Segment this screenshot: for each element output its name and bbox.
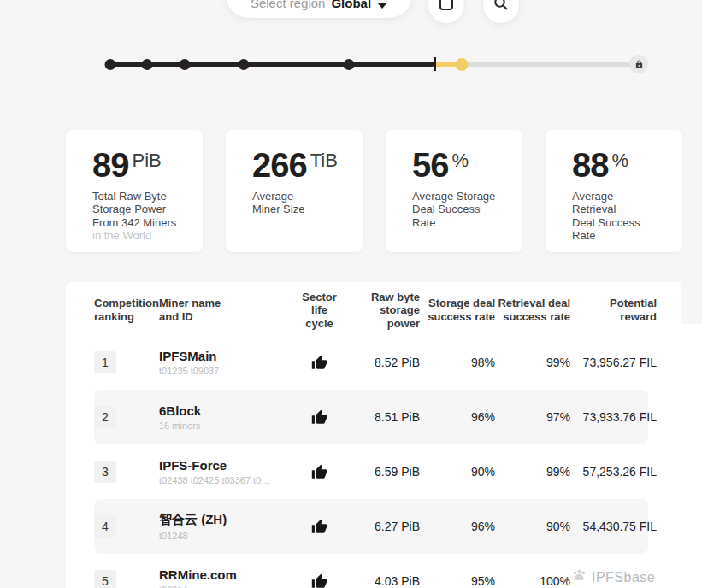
potential-reward-value: 57,253.26 FIL (570, 465, 657, 479)
miner-id: 16 miners (159, 420, 274, 431)
miner-id: t00014 (159, 585, 274, 588)
lock-icon (629, 55, 648, 74)
rank-badge: 4 (94, 515, 116, 538)
storage-success-value: 95% (420, 574, 495, 588)
miner-id: t01248 (159, 531, 274, 541)
rank-badge: 2 (94, 406, 116, 428)
rank-badge: 3 (94, 461, 116, 483)
storage-success-value: 96% (420, 520, 495, 533)
dashboard-page: Select region Global (0, 0, 702, 588)
stat-unit: TiB (310, 150, 338, 172)
timeline-dot[interactable] (141, 59, 152, 70)
miner-name[interactable]: IPFSMain (159, 349, 279, 363)
watermark: IPFSbase (571, 567, 655, 587)
search-icon (493, 0, 509, 15)
header-potential-reward: Potential reward (570, 297, 657, 323)
stat-value: 88 (572, 147, 609, 183)
header-retrieval-success: Retrieval deal success rate (495, 297, 570, 323)
stat-label: Average Miner Size (252, 190, 356, 216)
retrieval-success-value: 90% (495, 520, 570, 533)
raw-byte-power-value: 6.59 PiB (360, 465, 420, 479)
bookmark-icon (439, 0, 454, 15)
region-select-value: Global (331, 0, 371, 10)
region-select[interactable]: Select region Global (225, 0, 413, 19)
miner-name[interactable]: 智合云 (ZH) (159, 512, 279, 528)
timeline-dot[interactable] (343, 59, 354, 70)
miner-name[interactable]: IPFS-Force (159, 458, 279, 473)
table-row[interactable]: 1 IPFSMain t01235 t09037 8.52 PiB 98% 99… (94, 335, 657, 390)
stat-sublabel: in the World (92, 229, 196, 242)
slider-tick (434, 57, 436, 71)
stat-label: Total Raw Byte Storage Power From 342 Mi… (92, 190, 196, 229)
bookmark-button[interactable] (428, 0, 465, 24)
stat-value: 89 (92, 147, 129, 183)
stat-label: Average Retrieval Deal Success Rate (572, 190, 675, 242)
miner-id: t02438 t02425 t03367 t078… (159, 475, 274, 485)
miner-name[interactable]: RRMine.com (159, 567, 279, 582)
storage-success-value: 90% (420, 465, 495, 479)
slider-filled-segment (109, 62, 434, 67)
raw-byte-power-value: 8.51 PiB (360, 410, 420, 424)
potential-reward-value: 54,430.75 FIL (570, 520, 657, 533)
table-row[interactable]: 2 6Block 16 miners 8.51 PiB 96% 97% 73,9… (94, 390, 657, 444)
stat-cards: 89PiB Total Raw Byte Storage Power From … (66, 130, 682, 252)
header-sector-life-cycle: Sector life cycle (279, 291, 360, 331)
stat-unit: % (612, 150, 629, 172)
thumbs-up-icon (311, 518, 327, 532)
stat-card-avg-miner-size: 266TiB Average Miner Size (226, 130, 363, 252)
timeline-dot[interactable] (179, 59, 190, 70)
retrieval-success-value: 99% (495, 465, 570, 479)
timeline-slider[interactable] (109, 53, 639, 75)
stat-card-storage-success: 56% Average Storage Deal Success Rate (386, 130, 522, 252)
stat-unit: PiB (133, 150, 162, 172)
header-raw-byte-power: Raw byte storage power (360, 291, 420, 331)
miner-id: t01235 t09037 (159, 366, 274, 376)
header-corner-patch (681, 282, 702, 324)
region-select-label: Select region (251, 0, 326, 10)
retrieval-success-value: 97% (495, 410, 570, 424)
rank-badge: 5 (94, 570, 116, 588)
raw-byte-power-value: 6.27 PiB (360, 520, 420, 533)
stat-card-total-power: 89PiB Total Raw Byte Storage Power From … (66, 130, 203, 252)
watermark-text: IPFSbase (592, 570, 655, 585)
stat-value: 266 (252, 147, 307, 183)
timeline-dot[interactable] (105, 59, 116, 70)
miner-table: Competition ranking Miner name and ID Se… (66, 282, 702, 588)
potential-reward-value: 73,956.27 FIL (570, 356, 657, 369)
potential-reward-value: 73,933.76 FIL (570, 410, 657, 424)
rank-badge: 1 (94, 351, 116, 373)
header-storage-success: Storage deal success rate (420, 297, 495, 323)
paw-icon (571, 567, 587, 587)
stat-card-retrieval-success: 88% Average Retrieval Deal Success Rate (546, 130, 682, 252)
header-miner-name: Miner name and ID (159, 297, 279, 323)
thumbs-up-icon (311, 573, 327, 587)
stat-value: 56 (412, 147, 449, 183)
table-row[interactable]: 3 IPFS-Force t02438 t02425 t03367 t078… … (94, 444, 657, 499)
slider-handle[interactable] (456, 58, 469, 71)
thumbs-up-icon (311, 354, 327, 368)
raw-byte-power-value: 8.52 PiB (360, 356, 420, 369)
search-button[interactable] (482, 0, 520, 24)
raw-byte-power-value: 4.03 PiB (360, 574, 420, 588)
retrieval-success-value: 99% (495, 356, 570, 369)
retrieval-success-value: 100% (495, 574, 570, 588)
table-row[interactable]: 4 智合云 (ZH) t01248 6.27 PiB 96% 90% 54,43… (94, 499, 657, 554)
thumbs-up-icon (311, 409, 327, 423)
stat-unit: % (452, 150, 469, 172)
chevron-down-icon (377, 3, 387, 9)
miner-name[interactable]: 6Block (159, 403, 279, 418)
timeline-dot[interactable] (239, 59, 250, 70)
table-header: Competition ranking Miner name and ID Se… (94, 282, 657, 335)
stat-label: Average Storage Deal Success Rate (412, 190, 516, 229)
storage-success-value: 96% (420, 410, 495, 424)
header-competition-ranking: Competition ranking (94, 297, 159, 323)
thumbs-up-icon (311, 463, 327, 478)
storage-success-value: 98% (420, 356, 495, 369)
